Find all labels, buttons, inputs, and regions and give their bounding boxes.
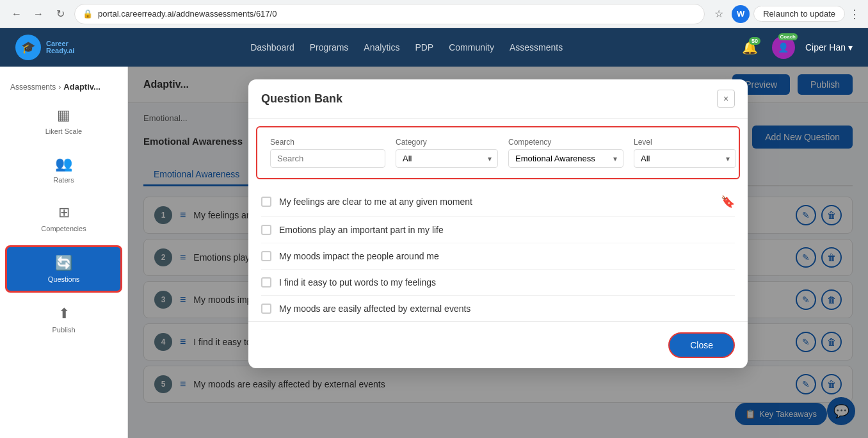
modal-question-row: My moods are easily affected by external…	[261, 296, 735, 321]
raters-icon: 👥	[55, 156, 72, 172]
sidebar-item-questions[interactable]: 🔄 Questions	[5, 245, 122, 293]
back-button[interactable]: ←	[8, 5, 26, 23]
modal-question-text: My moods are easily affected by external…	[279, 304, 735, 314]
sidebar-item-label: Raters	[53, 176, 74, 184]
sidebar-item-publish[interactable]: ⬆ Publish	[5, 298, 122, 341]
sidebar: Assessments › Adaptiv... ▦ Likert Scale …	[0, 67, 128, 438]
user-menu[interactable]: Ciper Han ▾	[805, 42, 853, 53]
relaunch-button[interactable]: Relaunch to update	[753, 6, 845, 22]
question-checkbox[interactable]	[261, 277, 271, 288]
modal-questions-list: My feelings are clear to me at any given…	[248, 187, 748, 321]
category-label: Category	[396, 138, 498, 147]
browser-profile-avatar: W	[732, 5, 750, 23]
nav-pdp[interactable]: PDP	[415, 40, 433, 55]
bookmark-icon: 🔖	[721, 195, 735, 209]
star-button[interactable]: ☆	[710, 5, 728, 23]
logo: 🎓 Career Ready.ai	[15, 35, 74, 60]
main-nav: Dashboard Programs Analytics PDP Communi…	[95, 40, 718, 55]
modal-close-btn[interactable]: Close	[668, 332, 735, 358]
category-select[interactable]: All	[396, 149, 498, 168]
browser-chrome: ← → ↻ 🔒 portal.careerready.ai/addnewasse…	[0, 0, 868, 28]
modal-question-row: I find it easy to put words to my feelin…	[261, 270, 735, 296]
modal-header: Question Bank ×	[248, 79, 748, 118]
nav-programs[interactable]: Programs	[310, 40, 349, 55]
main-layout: Assessments › Adaptiv... ▦ Likert Scale …	[0, 67, 868, 438]
level-select[interactable]: All	[634, 149, 736, 168]
avatar-icon: 👤	[778, 42, 789, 53]
modal-question-text: I find it easy to put words to my feelin…	[279, 277, 735, 288]
level-label: Level	[634, 138, 736, 147]
filter-search: Search	[270, 138, 385, 168]
sidebar-item-raters[interactable]: 👥 Raters	[5, 148, 122, 191]
modal-filters: Search Category All Competency	[256, 126, 740, 179]
search-input[interactable]	[270, 149, 385, 168]
likert-scale-icon: ▦	[57, 107, 70, 124]
breadcrumb-parent[interactable]: Assessments	[10, 83, 56, 92]
sidebar-item-label: Competencies	[41, 225, 86, 232]
search-label: Search	[270, 138, 385, 147]
header-actions: 🔔 50 👤 Coach Ciper Han ▾	[739, 36, 853, 59]
question-checkbox[interactable]	[261, 251, 271, 261]
modal-overlay: Question Bank × Search Category All	[128, 67, 868, 438]
app-header: 🎓 Career Ready.ai Dashboard Programs Ana…	[0, 28, 868, 67]
question-bank-modal: Question Bank × Search Category All	[248, 79, 748, 368]
lock-icon: 🔒	[83, 9, 93, 19]
modal-question-row: My moods impact the people around me	[261, 243, 735, 270]
question-checkbox[interactable]	[261, 197, 271, 207]
logo-text: Career Ready.ai	[46, 40, 74, 54]
breadcrumb-separator: ›	[58, 83, 61, 92]
address-bar[interactable]: 🔒 portal.careerready.ai/addnewassessment…	[74, 4, 705, 24]
browser-actions: ☆ W Relaunch to update ⋮	[710, 5, 860, 23]
modal-question-text: My feelings are clear to me at any given…	[279, 197, 713, 207]
modal-footer: Close	[248, 321, 748, 368]
notifications-button[interactable]: 🔔 50	[739, 36, 762, 59]
refresh-button[interactable]: ↻	[51, 5, 69, 23]
modal-title: Question Bank	[261, 92, 342, 106]
modal-question-row: Emotions play an important part in my li…	[261, 217, 735, 243]
nav-analytics[interactable]: Analytics	[364, 40, 399, 55]
main-content: Adaptiv... Preview Publish Emotional... …	[128, 67, 868, 438]
sidebar-items: ▦ Likert Scale 👥 Raters ⊞ Competencies 🔄…	[0, 99, 127, 341]
nav-assessments[interactable]: Assessments	[510, 40, 563, 55]
category-select-wrap: All	[396, 149, 498, 168]
coach-avatar: 👤 Coach	[772, 36, 795, 59]
logo-icon: 🎓	[15, 35, 41, 60]
breadcrumb: Assessments › Adaptiv...	[0, 77, 127, 99]
questions-icon: 🔄	[55, 255, 72, 272]
notification-badge: 50	[749, 37, 760, 45]
question-checkbox[interactable]	[261, 225, 271, 235]
modal-question-text: My moods impact the people around me	[279, 251, 735, 261]
publish-icon: ⬆	[58, 305, 70, 322]
sidebar-item-likert-scale[interactable]: ▦ Likert Scale	[5, 99, 122, 143]
browser-menu-button[interactable]: ⋮	[849, 7, 860, 21]
sidebar-item-label: Likert Scale	[45, 127, 82, 135]
competencies-icon: ⊞	[58, 204, 70, 221]
modal-question-row: My feelings are clear to me at any given…	[261, 187, 735, 217]
nav-dashboard[interactable]: Dashboard	[250, 40, 294, 55]
coach-badge: Coach	[778, 33, 798, 40]
browser-nav: ← → ↻	[8, 5, 69, 23]
level-select-wrap: All	[634, 149, 736, 168]
modal-close-button[interactable]: ×	[717, 90, 735, 108]
url-text: portal.careerready.ai/addnewassessments/…	[98, 9, 277, 19]
filter-competency: Competency Emotional Awareness	[508, 138, 623, 168]
competency-label: Competency	[508, 138, 623, 147]
breadcrumb-current: Adaptiv...	[63, 82, 100, 92]
modal-question-text: Emotions play an important part in my li…	[279, 225, 735, 235]
filter-level: Level All	[634, 138, 736, 168]
nav-community[interactable]: Community	[449, 40, 494, 55]
question-checkbox[interactable]	[261, 304, 271, 314]
competency-select[interactable]: Emotional Awareness	[508, 149, 623, 168]
sidebar-item-label: Publish	[52, 326, 75, 334]
chevron-down-icon: ▾	[848, 42, 853, 53]
sidebar-item-label: Questions	[48, 275, 80, 283]
sidebar-item-competencies[interactable]: ⊞ Competencies	[5, 197, 122, 240]
filter-category: Category All	[396, 138, 498, 168]
competency-select-wrap: Emotional Awareness	[508, 149, 623, 168]
forward-button[interactable]: →	[29, 5, 47, 23]
